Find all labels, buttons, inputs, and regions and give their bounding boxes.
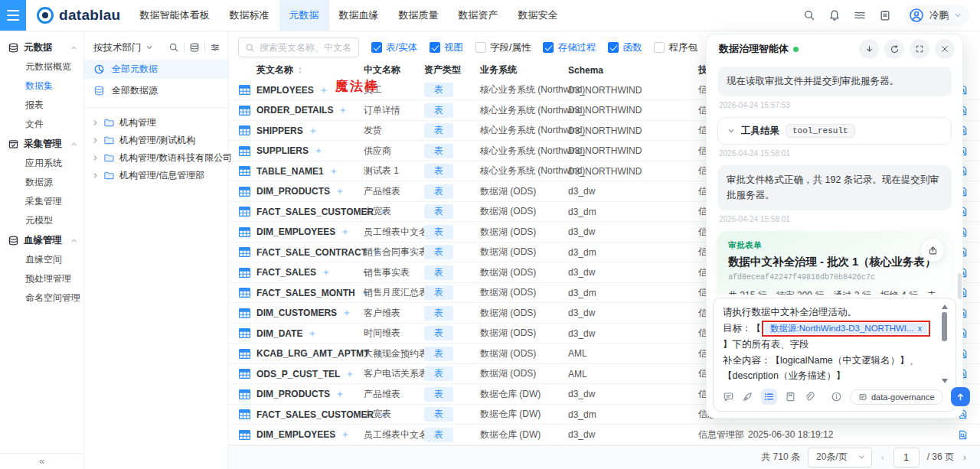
magic-wand-icon[interactable] [329,167,338,176]
expand-button[interactable] [910,39,929,59]
clipboard-icon[interactable] [879,9,891,21]
entity-english-name[interactable]: SUPPLIERS [256,145,309,156]
sidebar-collapse-button[interactable]: « [0,453,83,469]
table-search-input[interactable] [260,42,350,53]
entity-english-name[interactable]: DIM_CUSTOMERS [256,308,337,318]
page-number-input[interactable] [893,448,920,467]
sidebar-item[interactable]: 应用系统 [0,154,83,173]
info-icon[interactable] [831,391,842,402]
magic-wand-icon[interactable] [309,126,318,135]
list-mode-icon[interactable] [761,389,777,405]
next-page-button[interactable]: › [962,452,968,463]
quill-icon[interactable] [742,391,753,402]
tree-node[interactable]: 机构管理 [84,114,228,132]
magic-wand-icon[interactable] [345,370,354,379]
scroll-to-bottom-button[interactable] [859,39,879,59]
entity-english-name[interactable]: DIM_DATE [256,328,302,339]
chat-input-box[interactable]: 请执行数据中文补全治理活动。 目标：【数据源:NorthWind3-D3_NOR… [713,298,956,412]
entity-english-name[interactable]: FACT_SALES_CUSTOMER [256,409,374,420]
nav-tab[interactable]: 数据智能体看板 [130,0,220,31]
entity-english-name[interactable]: SHIPPERS [256,125,303,136]
entity-english-name[interactable]: FACT_SALES_CUSTOMER [256,207,374,217]
magic-wand-icon[interactable] [314,146,323,155]
sidebar-item[interactable]: 采集管理 [0,192,83,211]
tree-datasource-icon[interactable] [189,42,200,53]
entity-english-name[interactable]: KCAB_LRG_AMT_APTMT [256,348,369,359]
entity-english-name[interactable]: DIM_PRODUCTS [256,186,330,197]
filter-checkbox[interactable]: 函数 [608,41,642,54]
tree-shortcut[interactable]: 全部数据源 [84,81,228,100]
nav-tab[interactable]: 数据安全 [508,0,568,31]
entity-english-name[interactable]: TABLE_NAME1 [256,166,324,177]
share-button[interactable] [921,239,944,262]
prev-page-button[interactable]: ‹ [880,452,886,463]
agent-tag-chip[interactable]: data-governance [850,389,943,405]
bookmark-icon[interactable] [785,391,796,402]
entity-english-name[interactable]: EMPLOYEES [256,85,314,96]
filter-checkbox[interactable]: 字段/属性 [475,41,531,54]
entity-english-name[interactable]: DIM_PRODUCTS [256,389,330,399]
magic-wand-icon[interactable] [322,268,331,277]
entity-english-name[interactable]: FACT_SALES [256,267,316,278]
nav-tab[interactable]: 数据质量 [389,0,449,31]
chat-scrollbar[interactable] [958,273,962,299]
refresh-button[interactable] [884,39,904,59]
bell-icon[interactable] [828,9,841,21]
entity-english-name[interactable]: FACT_SALES_MONTH [256,288,355,298]
chat-input-text[interactable]: 请执行数据中文补全治理活动。 目标：【数据源:NorthWind3-D3_NOR… [723,305,948,383]
nav-tab[interactable]: 数据标准 [220,0,279,31]
tree-settings-icon[interactable] [210,42,220,53]
send-button[interactable] [951,387,970,406]
magic-wand-icon[interactable] [338,106,348,115]
input-scrollbar[interactable] [941,305,948,383]
tree-node[interactable]: 机构管理/测试机构 [84,132,228,149]
magic-wand-icon[interactable] [342,308,351,318]
nav-tab[interactable]: 数据资产 [449,0,508,31]
sidebar-item[interactable]: 报表 [0,96,83,115]
entity-english-name[interactable]: ODS_P_CUST_TEL [256,369,340,379]
filter-checkbox[interactable]: 视图 [430,41,463,54]
tree-node[interactable]: 机构管理/数语科技有限公司 [84,149,228,167]
magic-wand-icon[interactable] [319,86,328,95]
search-icon[interactable] [803,9,815,21]
view-detail-icon[interactable] [957,429,969,441]
user-menu[interactable]: 冷鹏 [904,5,969,26]
sidebar-item[interactable]: 文件 [0,115,83,134]
close-button[interactable] [935,39,955,59]
magic-wand-icon[interactable] [341,227,350,236]
sidebar-item[interactable]: 元数据概览 [0,57,83,77]
table-row[interactable]: DIM_EMPLOYEES员工维表中文名表数据仓库 (DW)d3_dw信息管理部… [229,425,980,445]
tool-result-collapse[interactable]: 工具结果 tool_result [717,117,952,145]
sidebar-group-header[interactable]: 血缘管理 [0,230,83,250]
sidebar-item[interactable]: 预处理管理 [0,269,83,288]
tree-search-icon[interactable] [168,42,179,53]
entity-english-name[interactable]: DIM_EMPLOYEES [256,226,335,237]
hamburger-menu-button[interactable] [0,0,26,31]
filter-checkbox[interactable]: 表/实体 [371,41,417,54]
page-size-select[interactable]: 20条/页 [808,448,872,467]
tree-mode-select[interactable]: 按技术部门 [93,41,153,54]
magic-wand-icon[interactable] [335,187,345,196]
tree-shortcut[interactable]: 全部元数据 [84,60,228,79]
magic-wand-icon[interactable] [335,389,345,399]
nav-tab[interactable]: 数据血缘 [329,0,389,31]
entity-english-name[interactable]: FACT_SALE_CONTRACT [256,247,367,258]
sidebar-item[interactable]: 血缘空间 [0,250,83,269]
nav-tab[interactable]: 元数据 [279,0,329,31]
sidebar-item[interactable]: 命名空间管理 [0,288,83,308]
sidebar-item[interactable]: 元模型 [0,211,83,230]
filter-checkbox[interactable]: 存储过程 [543,41,596,54]
filter-checkbox[interactable]: 程序包 [654,41,697,54]
sidebar-item[interactable]: 数据集 [0,77,83,96]
datasource-chip[interactable]: 数据源:NorthWind3-D3_NORTHWI...x [765,323,927,335]
sidebar-group-header[interactable]: 元数据 [0,37,83,57]
magic-wand-icon[interactable] [308,329,317,338]
magic-wand-icon[interactable] [341,430,350,439]
sidebar-group-header[interactable]: 采集管理 [0,134,83,154]
comment-icon[interactable] [723,391,734,402]
layers-icon[interactable] [854,9,866,21]
tree-node[interactable]: 机构管理/信息管理部 [84,167,228,184]
sidebar-item[interactable]: 数据源 [0,173,83,192]
column-header[interactable]: 英文名称 [229,64,364,77]
paperclip-icon[interactable] [804,391,815,402]
